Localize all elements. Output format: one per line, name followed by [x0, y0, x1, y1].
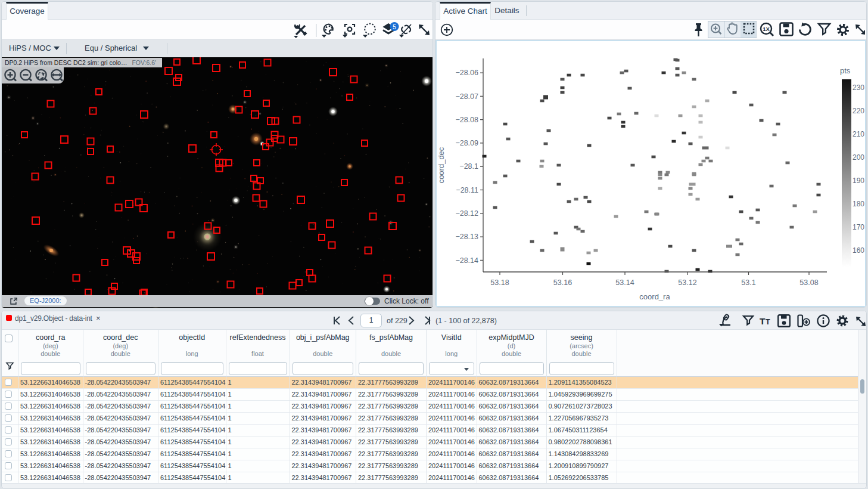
svg-text:coord_dec: coord_dec — [437, 147, 446, 183]
svg-text:5: 5 — [393, 23, 396, 30]
svg-text:160: 160 — [853, 246, 864, 255]
svg-text:T: T — [760, 316, 766, 326]
svg-text:−28.09: −28.09 — [455, 139, 478, 147]
svg-text:−28.14: −28.14 — [455, 256, 478, 265]
svg-text:−28.11: −28.11 — [456, 186, 478, 194]
svg-text:1X: 1X — [763, 26, 770, 32]
svg-text:53.16: 53.16 — [553, 278, 572, 287]
svg-text:−28.06: −28.06 — [455, 69, 478, 77]
svg-text:−28.12: −28.12 — [455, 209, 478, 218]
svg-text:coord_ra: coord_ra — [639, 292, 670, 301]
svg-text:−28.13: −28.13 — [455, 233, 478, 241]
svg-text:53.18: 53.18 — [490, 278, 509, 287]
svg-text:−28.07: −28.07 — [455, 92, 478, 101]
svg-text:230: 230 — [853, 83, 864, 92]
svg-text:53.12: 53.12 — [678, 278, 696, 287]
svg-text:−28.1: −28.1 — [459, 162, 478, 171]
svg-text:53.1: 53.1 — [741, 278, 755, 287]
svg-text:190: 190 — [853, 177, 864, 185]
svg-text:200: 200 — [853, 153, 864, 162]
svg-text:220: 220 — [853, 107, 864, 115]
svg-text:170: 170 — [853, 223, 864, 231]
svg-text:210: 210 — [853, 130, 864, 138]
svg-text:pts: pts — [840, 66, 851, 75]
svg-text:53.08: 53.08 — [799, 278, 818, 287]
svg-text:53.14: 53.14 — [615, 278, 634, 287]
svg-text:180: 180 — [853, 200, 864, 208]
svg-text:−28.08: −28.08 — [455, 116, 478, 124]
svg-text:T: T — [766, 318, 770, 326]
